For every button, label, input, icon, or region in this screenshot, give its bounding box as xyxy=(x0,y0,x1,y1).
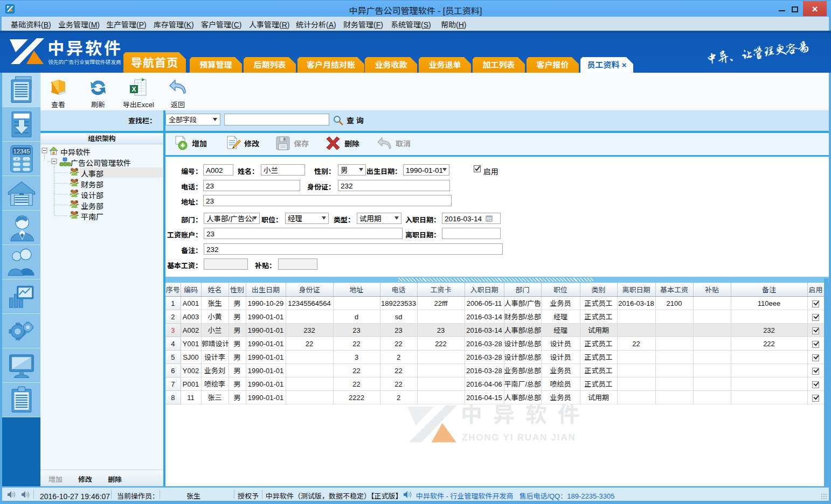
svg-text:+: + xyxy=(15,157,18,162)
svg-text:X: X xyxy=(131,86,136,93)
svg-text:12345: 12345 xyxy=(13,148,30,154)
svg-text:-: - xyxy=(25,157,27,162)
